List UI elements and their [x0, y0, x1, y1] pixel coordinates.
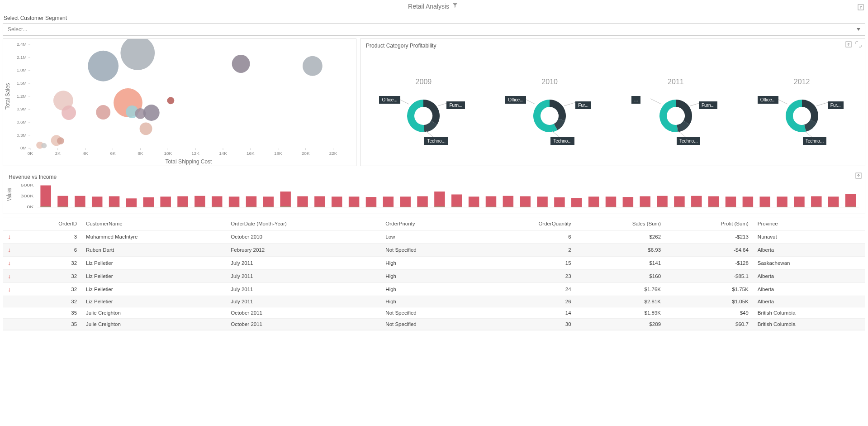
bar-income[interactable] [811, 207, 821, 207]
bar[interactable] [177, 196, 188, 207]
bar-income[interactable] [743, 207, 753, 207]
bar-income[interactable] [571, 207, 582, 207]
bar[interactable] [194, 196, 205, 207]
scatter-point[interactable] [88, 51, 119, 81]
bar[interactable] [674, 196, 684, 207]
donut-label-office[interactable]: Office... [505, 96, 526, 104]
bar-income[interactable] [212, 207, 222, 207]
bar[interactable] [366, 197, 376, 207]
bar[interactable] [383, 197, 394, 207]
bar-income[interactable] [451, 207, 462, 207]
bar-income[interactable] [160, 207, 171, 207]
segment-select[interactable]: Select... [3, 23, 865, 36]
bar-income[interactable] [520, 207, 530, 207]
bar-income[interactable] [554, 207, 564, 207]
bar[interactable] [537, 197, 547, 207]
bar[interactable] [691, 196, 702, 207]
bar[interactable] [246, 196, 256, 207]
table-header[interactable]: OrderQuantity [476, 217, 576, 230]
table-row[interactable]: ↓ 6 Ruben Dartt February 2012 Not Specif… [3, 244, 865, 257]
bar-income[interactable] [57, 207, 68, 207]
bar-income[interactable] [674, 207, 684, 207]
donut-label-furniture[interactable]: Fur... [828, 101, 844, 109]
scatter-point[interactable] [143, 105, 160, 121]
bar-chart[interactable]: 0K300K600KValues [3, 180, 865, 212]
bar[interactable] [845, 194, 856, 207]
donut-label-office[interactable]: Office... [379, 96, 400, 104]
table-row[interactable]: ↓ 32 Liz Pelletier July 2011 High 23 $16… [3, 270, 865, 283]
bar-income[interactable] [109, 207, 119, 207]
scatter-point[interactable] [232, 55, 250, 73]
bar[interactable] [708, 196, 719, 207]
bar-income[interactable] [606, 207, 616, 207]
table-row[interactable]: ↓ 32 Liz Pelletier July 2011 High 24 $1.… [3, 283, 865, 296]
bar-income[interactable] [828, 207, 839, 207]
bar-income[interactable] [400, 207, 410, 207]
bar[interactable] [57, 196, 68, 207]
table-header[interactable]: CustomerName [81, 217, 226, 230]
bar-income[interactable] [332, 207, 342, 207]
bar-income[interactable] [40, 206, 51, 207]
bar-income[interactable] [75, 207, 85, 207]
donut-slice[interactable] [423, 100, 440, 124]
donut-slice[interactable] [659, 100, 678, 132]
bar-income[interactable] [537, 207, 547, 207]
bar-income[interactable] [143, 207, 154, 207]
bar-income[interactable] [708, 207, 719, 207]
table-header[interactable]: Profit (Sum) [665, 217, 753, 230]
donut-label-technology[interactable]: Techno... [424, 137, 448, 145]
filter-icon[interactable] [453, 3, 460, 10]
scatter-point[interactable] [96, 105, 110, 120]
bar[interactable] [212, 196, 222, 207]
donut-label-technology[interactable]: Techno... [677, 137, 701, 145]
scatter-point[interactable] [167, 97, 174, 105]
table-header[interactable]: Province [753, 217, 865, 230]
scatter-point[interactable] [140, 123, 152, 135]
export-icon[interactable] [855, 172, 862, 179]
export-icon[interactable] [857, 4, 864, 11]
bar[interactable] [109, 196, 119, 207]
bar-income[interactable] [640, 207, 650, 207]
bar[interactable] [657, 196, 667, 207]
table-row[interactable]: 32 Liz Pelletier July 2011 High 26 $2.81… [3, 296, 865, 307]
bar-income[interactable] [349, 207, 359, 207]
bar[interactable] [280, 191, 290, 207]
donut-label-furniture[interactable]: Fur... [575, 101, 591, 109]
bar[interactable] [126, 199, 137, 207]
bar[interactable] [451, 195, 462, 207]
bar-income[interactable] [263, 207, 274, 207]
bar[interactable] [434, 191, 445, 207]
bar[interactable] [417, 196, 427, 207]
bar[interactable] [400, 197, 410, 207]
donut-label-furniture[interactable]: Furn... [446, 101, 465, 109]
bar[interactable] [811, 196, 821, 207]
bar[interactable] [469, 197, 479, 207]
scatter-point[interactable] [303, 56, 323, 76]
donut-label-office[interactable]: ... [631, 96, 640, 104]
bar[interactable] [160, 197, 171, 207]
bar-income[interactable] [194, 207, 205, 207]
table-header[interactable]: Sales (Sum) [576, 217, 665, 230]
donut-slice[interactable] [407, 100, 424, 132]
bar[interactable] [760, 197, 770, 207]
table-row[interactable]: ↓ 32 Liz Pelletier July 2011 High 15 $14… [3, 257, 865, 270]
bar-income[interactable] [657, 207, 667, 207]
bar[interactable] [554, 197, 564, 207]
scatter-point[interactable] [57, 137, 64, 144]
bar[interactable] [332, 197, 342, 207]
bar-income[interactable] [229, 207, 239, 207]
bar-income[interactable] [297, 207, 308, 207]
bar[interactable] [606, 197, 616, 207]
donut-label-technology[interactable]: Techno... [550, 137, 574, 145]
bar[interactable] [571, 198, 582, 207]
table-header[interactable]: OrderID [16, 217, 81, 230]
bar[interactable] [794, 197, 804, 207]
bar-income[interactable] [417, 207, 427, 207]
bar[interactable] [520, 196, 530, 207]
donut-label-technology[interactable]: Techno... [803, 137, 827, 145]
export-icon[interactable] [845, 41, 852, 48]
donut-label-office[interactable]: Office... [758, 96, 778, 104]
bar[interactable] [588, 197, 599, 207]
bar[interactable] [229, 197, 239, 207]
table-row[interactable]: 35 Julie Creighton October 2011 Not Spec… [3, 319, 865, 330]
